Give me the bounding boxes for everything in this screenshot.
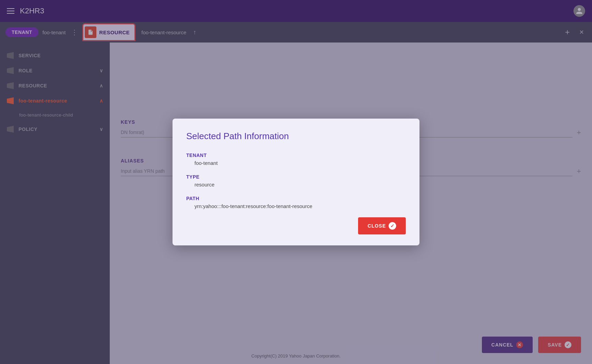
dialog-close-label: CLOSE: [368, 223, 386, 229]
dialog: Selected Path Information TENANT foo-ten…: [173, 119, 419, 245]
dialog-close-icon: ✓: [389, 222, 396, 230]
dialog-type-label: TYPE: [186, 174, 406, 180]
dialog-path-label: PATH: [186, 196, 406, 201]
dialog-close-button[interactable]: CLOSE ✓: [358, 217, 406, 234]
dialog-tenant-label: TENANT: [186, 153, 406, 158]
dialog-type-value: resource: [194, 182, 406, 187]
dialog-title: Selected Path Information: [186, 131, 406, 142]
dialog-path-value: yrn:yahoo:::foo-tenant:resource:foo-tena…: [194, 203, 406, 209]
dialog-tenant-value: foo-tenant: [194, 160, 406, 166]
dialog-overlay: Selected Path Information TENANT foo-ten…: [0, 0, 592, 364]
dialog-close-row: CLOSE ✓: [186, 217, 406, 234]
